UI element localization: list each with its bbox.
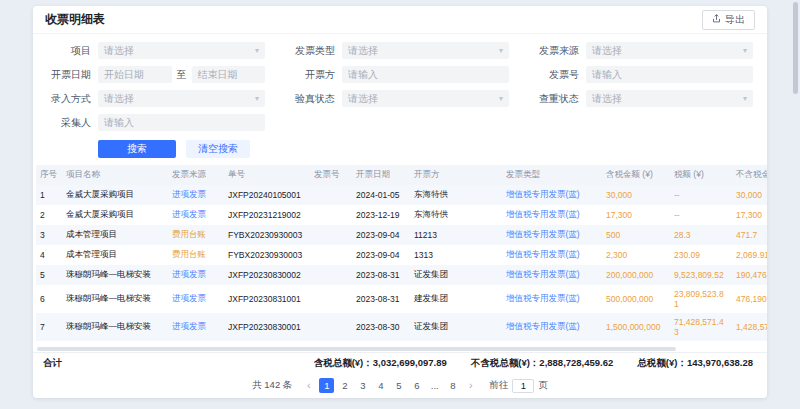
cell-invoice-date: 2023-08-30 (352, 313, 410, 341)
table-row: 3 成本管理项目 费用台账 FYBX20230930003 2023-09-04… (36, 225, 767, 245)
cell-invoice-no (310, 205, 352, 225)
horizontal-scrollbar-thumb[interactable] (37, 347, 676, 351)
cell-invoice-date: 2024-01-05 (352, 185, 410, 205)
cell-issuer: 1313 (410, 245, 502, 265)
cell-invoice-date: 2023-08-31 (352, 285, 410, 313)
pagination: 共 142 条 ‹ 123456...8 › 前往 页 (33, 373, 767, 398)
column-header: 发票来源 (168, 165, 224, 185)
export-button[interactable]: 导出 (702, 10, 755, 30)
cell-tax-amount: 9,523,809.52 (670, 265, 732, 285)
vertical-scrollbar[interactable] (792, 0, 798, 409)
cell-tax-amount: -- (670, 205, 732, 225)
search-button[interactable]: 搜索 (98, 140, 176, 158)
start-date-placeholder: 开始日期 (104, 68, 144, 82)
cell-invoice-no (310, 285, 352, 313)
cell-amount-incl-tax: 17,300 (602, 205, 670, 225)
page-button-6[interactable]: 6 (409, 378, 424, 393)
cell-tax-amount: 230.09 (670, 245, 732, 265)
chevron-down-icon: ▾ (743, 47, 747, 55)
cell-order-no: JXFP20230830002 (224, 265, 310, 285)
column-header: 税额 (¥) (670, 165, 732, 185)
cell-issuer: 11213 (410, 225, 502, 245)
cell-project-name: 成本管理项目 (62, 245, 168, 265)
cell-invoice-type: 增值税专用发票(蓝) (502, 285, 602, 313)
table-row: 1 金威大厦采购项目 进项发票 JXFP20240105001 2024-01-… (36, 185, 767, 205)
filter-issuer-label: 开票方 (287, 68, 335, 82)
cell-project-name: 珠穆朗玛峰—电梯安装 (62, 313, 168, 341)
cell-invoice-type: 增值税专用发票(蓝) (502, 313, 602, 341)
column-header: 发票号 (310, 165, 352, 185)
clear-search-button[interactable]: 清空搜索 (186, 140, 250, 158)
page-list: 123456...8 (319, 378, 460, 393)
cell-seq: 4 (36, 245, 62, 265)
column-header: 含税金额 (¥) (602, 165, 670, 185)
filter-invoice-type-placeholder: 请选择 (348, 44, 378, 58)
filter-date-range: 开始日期 至 结束日期 (98, 66, 265, 83)
filter-invoice-type-select[interactable]: 请选择 ▾ (342, 42, 509, 59)
page-button-5[interactable]: 5 (391, 378, 406, 393)
goto-page-input[interactable] (512, 379, 534, 393)
column-header: 单号 (224, 165, 310, 185)
table-header-row: 序号项目名称发票来源单号发票号开票日期开票方发票类型含税金额 (¥)税额 (¥)… (36, 165, 767, 185)
page-button-2[interactable]: 2 (337, 378, 352, 393)
cell-invoice-source: 费用台账 (168, 225, 224, 245)
cell-amount-excl-tax: 1,428,571,428.57 (732, 313, 767, 341)
filter-dup-status-select[interactable]: 请选择 ▾ (586, 90, 753, 107)
invoice-no-input[interactable] (586, 66, 753, 83)
cell-amount-excl-tax: 471.7 (732, 225, 767, 245)
summary-label: 合计 (43, 357, 62, 370)
cell-invoice-no (310, 265, 352, 285)
cell-invoice-type: 增值税专用发票(蓝) (502, 245, 602, 265)
export-button-label: 导出 (725, 13, 745, 27)
cell-tax-amount: 28.3 (670, 225, 732, 245)
next-page-button[interactable]: › (463, 378, 478, 393)
cell-project-name: 金威大厦采购项目 (62, 185, 168, 205)
filter-entry-method-label: 录入方式 (43, 92, 91, 106)
cell-issuer: 建发集团 (410, 285, 502, 313)
chevron-down-icon: ▾ (255, 47, 259, 55)
cell-invoice-source: 进项发票 (168, 285, 224, 313)
issuer-input[interactable] (342, 66, 509, 83)
filter-project-select[interactable]: 请选择 ▾ (98, 42, 265, 59)
cell-issuer: 证发集团 (410, 265, 502, 285)
title-bar: 收票明细表 导出 (33, 6, 767, 34)
cell-invoice-date: 2023-09-04 (352, 225, 410, 245)
end-date-placeholder: 结束日期 (198, 68, 238, 82)
page-button-4[interactable]: 4 (373, 378, 388, 393)
page-button-8[interactable]: 8 (445, 378, 460, 393)
invoice-table: 序号项目名称发票来源单号发票号开票日期开票方发票类型含税金额 (¥)税额 (¥)… (33, 165, 767, 347)
column-header: 开票方 (410, 165, 502, 185)
filter-actions: 搜索 清空搜索 (33, 131, 767, 165)
cell-amount-excl-tax: 2,069.91 (732, 245, 767, 265)
end-date-input[interactable]: 结束日期 (192, 66, 266, 83)
chevron-down-icon: ▾ (743, 95, 747, 103)
cell-invoice-no (310, 225, 352, 245)
chevron-down-icon: ▾ (499, 47, 503, 55)
filter-entry-method-select[interactable]: 请选择 ▾ (98, 90, 265, 107)
table-row: 7 珠穆朗玛峰—电梯安装 进项发票 JXFP20230830001 2023-0… (36, 313, 767, 341)
vertical-scrollbar-thumb[interactable] (793, 2, 798, 94)
prev-page-button[interactable]: ‹ (301, 378, 316, 393)
page-button-3[interactable]: 3 (355, 378, 370, 393)
filter-invoice-source-select[interactable]: 请选择 ▾ (586, 42, 753, 59)
cell-project-name: 珠穆朗玛峰—电梯安装 (62, 265, 168, 285)
horizontal-scrollbar[interactable] (37, 347, 763, 352)
cell-issuer: 证发集团 (410, 313, 502, 341)
table-body: 1 金威大厦采购项目 进项发票 JXFP20240105001 2024-01-… (36, 185, 767, 347)
collector-input[interactable] (98, 114, 265, 131)
filter-verify-status-select[interactable]: 请选择 ▾ (342, 90, 509, 107)
cell-order-no: FYBX20230930003 (224, 225, 310, 245)
table-row: 5 珠穆朗玛峰—电梯安装 进项发票 JXFP20230830002 2023-0… (36, 265, 767, 285)
cell-seq: 2 (36, 205, 62, 225)
cell-invoice-type: 增值税专用发票(蓝) (502, 205, 602, 225)
summary-item: 不含税总额(¥)：2,888,728,459.62 (471, 357, 614, 370)
cell-invoice-date: 2023-08-31 (352, 265, 410, 285)
cell-project-name: 珠穆朗玛峰—电梯安装 (62, 285, 168, 313)
page-ellipsis[interactable]: ... (427, 378, 442, 393)
cell-seq: 5 (36, 265, 62, 285)
page-button-1[interactable]: 1 (319, 378, 334, 393)
total-count: 共 142 条 (252, 379, 292, 392)
start-date-input[interactable]: 开始日期 (98, 66, 172, 83)
cell-seq: 6 (36, 285, 62, 313)
cell-order-no: JXFP20231219002 (224, 205, 310, 225)
